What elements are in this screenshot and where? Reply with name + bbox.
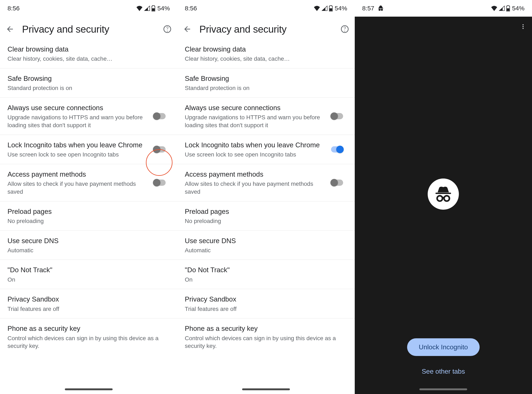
signal-icon [144,6,150,11]
setting-subtitle: Standard protection is on [185,84,347,92]
svg-rect-2 [330,8,332,11]
nav-pill [65,388,113,390]
nav-pill [242,388,290,390]
status-right: 54% [314,5,347,12]
status-right: 54% [136,5,170,12]
svg-rect-0 [152,8,155,11]
setting-title: Safe Browsing [185,74,347,83]
setting-row[interactable]: Clear browsing dataClear history, cookie… [177,41,355,68]
setting-subtitle: Use screen lock to see open Incognito ta… [185,151,325,159]
status-bar: 8:57 54% [355,0,532,17]
see-other-tabs-link[interactable]: See other tabs [422,368,465,375]
battery-icon [506,5,510,11]
setting-row[interactable]: Safe BrowsingStandard protection is on [0,68,177,98]
status-bar: 8:56 54% [0,0,177,17]
setting-row[interactable]: Privacy SandboxTrial features are off [177,289,355,318]
toggle[interactable] [331,180,343,186]
setting-title: Phone as a security key [185,324,347,333]
setting-row[interactable]: Privacy SandboxTrial features are off [0,289,177,318]
setting-row[interactable]: "Do Not Track"On [0,259,177,289]
wifi-icon [314,6,320,11]
back-icon[interactable] [5,25,15,34]
status-clock: 8:57 [362,5,374,12]
setting-title: Preload pages [185,207,347,216]
svg-rect-6 [507,8,509,11]
toggle[interactable] [154,113,166,119]
svg-point-7 [522,24,523,25]
setting-subtitle: Control which devices can sign in by usi… [185,334,347,350]
toggle[interactable] [154,146,166,153]
help-icon[interactable] [163,25,172,34]
wifi-icon [136,6,143,11]
setting-row[interactable]: Preload pagesNo preloading [177,201,355,230]
status-clock: 8:56 [7,5,20,12]
toggle[interactable] [331,146,343,153]
status-battery-text: 54% [157,5,170,12]
setting-subtitle: Clear history, cookies, site data, cache… [7,55,170,63]
setting-subtitle: On [7,276,170,284]
setting-subtitle: No preloading [7,217,170,225]
page-title: Privacy and security [22,23,155,35]
setting-row[interactable]: Phone as a security keyControl which dev… [177,318,355,355]
setting-title: "Do Not Track" [7,265,170,275]
setting-row[interactable]: Use secure DNSAutomatic [0,230,177,260]
unlock-incognito-button[interactable]: Unlock Incognito [407,338,480,356]
setting-title: Access payment methods [185,170,325,179]
battery-icon [329,5,333,11]
setting-row[interactable]: Always use secure connectionsUpgrade nav… [177,98,355,135]
setting-subtitle: Allow sites to check if you have payment… [7,180,148,196]
setting-row[interactable]: "Do Not Track"On [177,259,355,289]
svg-point-9 [522,28,523,29]
setting-subtitle: Control which devices can sign in by usi… [7,334,170,350]
more-icon[interactable] [520,23,526,31]
setting-row[interactable]: Lock Incognito tabs when you leave Chrom… [0,135,177,164]
setting-row[interactable]: Phone as a security keyControl which dev… [0,318,177,355]
setting-row[interactable]: Lock Incognito tabs when you leave Chrom… [177,135,355,164]
setting-title: "Do Not Track" [185,265,347,275]
signal-icon [321,6,328,11]
setting-row[interactable]: Access payment methodsAllow sites to che… [0,164,177,201]
incognito-icon [433,184,454,204]
setting-title: Privacy Sandbox [7,295,170,304]
page-title: Privacy and security [199,23,332,35]
toggle[interactable] [331,113,343,119]
setting-title: Access payment methods [7,170,148,179]
screenshot-panel-a: 8:56 54% Privacy and security Clear brow… [0,0,177,394]
back-icon[interactable] [183,25,192,34]
setting-title: Use secure DNS [7,236,170,246]
incognito-topbar [355,17,532,37]
page-header: Privacy and security [0,17,177,41]
wifi-icon [491,6,497,11]
setting-title: Privacy Sandbox [185,295,347,304]
setting-subtitle: On [185,276,347,284]
setting-row[interactable]: Access payment methodsAllow sites to che… [177,164,355,201]
setting-subtitle: Use screen lock to see open Incognito ta… [7,151,148,159]
signal-icon [499,6,505,11]
toggle[interactable] [154,180,166,186]
setting-title: Clear browsing data [185,44,347,54]
incognito-status-icon [377,5,384,12]
setting-row[interactable]: Clear browsing dataClear history, cookie… [0,41,177,68]
setting-row[interactable]: Safe BrowsingStandard protection is on [177,68,355,98]
setting-title: Always use secure connections [7,103,148,113]
setting-row[interactable]: Always use secure connectionsUpgrade nav… [0,98,177,135]
setting-title: Safe Browsing [7,74,170,83]
nav-pill [419,388,467,390]
setting-title: Always use secure connections [185,103,325,113]
setting-row[interactable]: Preload pagesNo preloading [0,201,177,230]
setting-subtitle: Trial features are off [7,305,170,313]
screenshot-panel-b: 8:56 54% Privacy and security Clear brow… [177,0,355,394]
setting-title: Clear browsing data [7,44,170,54]
svg-point-12 [444,196,449,201]
battery-icon [151,5,155,11]
svg-point-11 [437,196,443,201]
setting-title: Preload pages [7,207,170,216]
help-icon[interactable] [340,25,349,34]
status-right: 54% [491,5,525,12]
setting-title: Use secure DNS [185,236,347,246]
settings-list: Clear browsing dataClear history, cookie… [0,41,177,355]
settings-list: Clear browsing dataClear history, cookie… [177,41,355,355]
setting-title: Phone as a security key [7,324,170,333]
setting-row[interactable]: Use secure DNSAutomatic [177,230,355,260]
page-header: Privacy and security [177,17,355,41]
